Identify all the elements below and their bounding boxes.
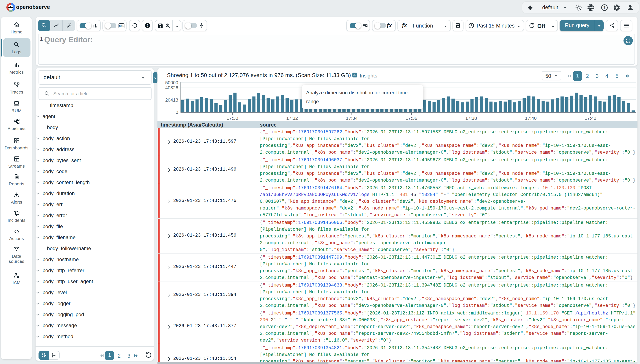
- svg-text:?: ?: [603, 6, 606, 10]
- svg-text:SQL: SQL: [119, 24, 124, 27]
- svg-text:?: ?: [146, 24, 148, 28]
